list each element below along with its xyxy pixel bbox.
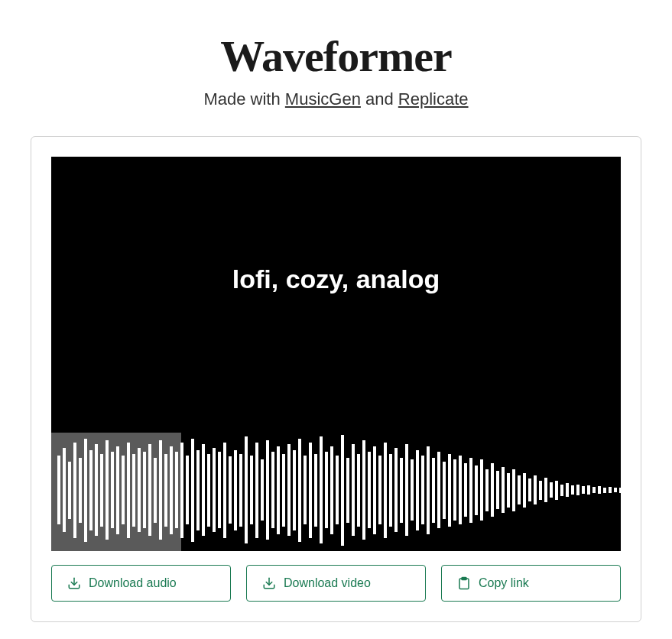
waveform-bar: [164, 454, 167, 527]
waveform-bar: [576, 485, 579, 495]
waveform-bar: [614, 488, 617, 492]
waveform-bar: [384, 443, 387, 538]
download-icon: [67, 576, 81, 590]
copy-link-label: Copy link: [479, 576, 529, 590]
waveform-bar: [68, 462, 71, 519]
svg-rect-2: [462, 578, 466, 580]
copy-link-button[interactable]: Copy link: [441, 565, 621, 602]
musicgen-link[interactable]: MusicGen: [285, 89, 361, 109]
output-card: lofi, cozy, analog Download audio Downlo…: [31, 136, 641, 622]
waveform-bar: [234, 450, 237, 530]
waveform-bar: [282, 454, 285, 527]
waveform-bar: [314, 454, 317, 527]
waveform-bar: [523, 473, 526, 508]
waveform-bar: [196, 450, 200, 530]
waveform-bar: [400, 458, 403, 523]
subtitle: Made with MusicGen and Replicate: [15, 89, 657, 109]
waveform-bar: [111, 452, 114, 528]
waveform-bar: [346, 458, 349, 523]
waveform-bar: [154, 458, 157, 523]
waveform-bar: [485, 469, 489, 511]
waveform-bar: [116, 446, 119, 534]
waveform-bar: [180, 443, 183, 538]
waveform-bar: [560, 485, 563, 496]
waveform: [51, 429, 621, 551]
waveform-bar: [261, 459, 264, 521]
subtitle-mid: and: [361, 89, 398, 109]
clipboard-icon: [457, 576, 471, 590]
waveform-bar: [550, 482, 553, 498]
waveform-bar: [250, 456, 253, 524]
waveform-bar: [469, 458, 472, 523]
waveform-bar: [464, 463, 467, 517]
waveform-bar: [405, 444, 408, 536]
waveform-bar: [368, 452, 371, 528]
page-title: Waveformer: [15, 31, 657, 82]
waveform-bar: [186, 456, 189, 524]
waveform-bar: [459, 456, 462, 524]
waveform-bar: [95, 444, 98, 536]
waveform-bar: [352, 444, 355, 536]
waveform-bar: [207, 454, 210, 527]
waveform-bar: [271, 452, 274, 528]
download-video-label: Download video: [284, 576, 371, 590]
replicate-link[interactable]: Replicate: [398, 89, 469, 109]
waveform-bar: [528, 478, 531, 501]
waveform-bar: [89, 450, 93, 530]
waveform-bar: [539, 481, 542, 500]
download-video-button[interactable]: Download video: [246, 565, 426, 602]
waveform-bar: [170, 446, 173, 534]
waveform-bar: [432, 458, 435, 523]
waveform-bar: [512, 469, 515, 511]
waveform-bar: [566, 483, 569, 497]
waveform-bar: [378, 456, 381, 524]
waveform-bar: [63, 448, 66, 532]
waveform-bar: [330, 446, 333, 534]
download-audio-button[interactable]: Download audio: [51, 565, 231, 602]
waveform-bar: [255, 443, 258, 538]
waveform-bar: [106, 440, 109, 540]
waveform-bar: [304, 456, 307, 524]
download-icon: [262, 576, 276, 590]
waveform-bar: [325, 452, 328, 528]
waveform-bar: [475, 465, 478, 515]
waveform-bar: [443, 462, 446, 519]
waveform-bar: [587, 485, 590, 495]
waveform-bar: [373, 446, 376, 534]
waveform-bar: [357, 454, 360, 527]
waveform-bar: [218, 452, 221, 528]
waveform-bar: [416, 450, 419, 530]
waveform-bar: [202, 444, 205, 536]
waveform-bar: [213, 448, 216, 532]
waveform-bar: [143, 452, 146, 528]
waveform-bar: [448, 454, 451, 527]
waveform-bar: [309, 443, 312, 538]
waveform-bar: [336, 456, 339, 524]
waveform-bar: [582, 486, 585, 494]
waveform-bar: [502, 467, 505, 513]
waveform-bar: [362, 440, 365, 540]
waveform-bar: [79, 458, 82, 523]
waveform-bar: [341, 435, 344, 546]
waveform-bar: [544, 478, 547, 502]
video-player[interactable]: lofi, cozy, analog: [51, 157, 621, 551]
waveform-bar: [603, 488, 606, 493]
waveform-bar: [298, 439, 301, 542]
waveform-bar: [175, 452, 178, 528]
waveform-bar: [239, 454, 242, 527]
waveform-bar: [389, 454, 392, 527]
waveform-bar: [57, 456, 60, 524]
waveform-bar: [100, 454, 103, 527]
waveform-bar: [496, 471, 499, 509]
waveform-bar: [507, 473, 510, 508]
waveform-bar: [592, 487, 596, 493]
waveform-bar: [287, 444, 291, 536]
waveform-bar: [518, 475, 521, 504]
waveform-bar: [84, 439, 87, 542]
waveform-bar: [132, 454, 135, 527]
waveform-bar: [223, 443, 226, 538]
waveform-bar: [609, 487, 612, 493]
waveform-bar: [480, 459, 483, 521]
prompt-text: lofi, cozy, analog: [232, 264, 440, 294]
waveform-bar: [421, 456, 424, 524]
